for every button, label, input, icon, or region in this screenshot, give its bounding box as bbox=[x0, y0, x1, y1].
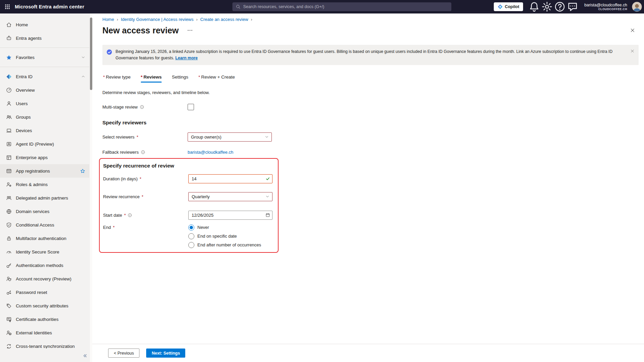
star-outline-icon[interactable] bbox=[80, 169, 85, 174]
sidebar-item-identity-secure-score[interactable]: Identity Secure Score bbox=[0, 245, 89, 259]
required-asterisk: * bbox=[136, 134, 138, 140]
sidebar-item-groups[interactable]: Groups bbox=[0, 110, 89, 124]
app-title: Microsoft Entra admin center bbox=[15, 4, 84, 9]
info-icon[interactable] bbox=[128, 213, 132, 217]
select-reviewers-label: Select reviewers * bbox=[102, 134, 188, 140]
tab-reviews[interactable]: *Reviews bbox=[140, 74, 162, 83]
conditional-access-icon bbox=[6, 222, 12, 228]
gear-icon[interactable] bbox=[541, 1, 553, 13]
info-banner: Beginning January 15, 2026, a linked Azu… bbox=[102, 45, 639, 65]
governance-check-icon bbox=[106, 49, 112, 55]
groups-icon bbox=[6, 114, 12, 120]
sidebar-item-account-recovery-preview[interactable]: Account recovery (Preview) bbox=[0, 272, 89, 285]
sidebar-item-agent-id-preview[interactable]: Agent ID (Preview) bbox=[0, 137, 89, 151]
custom-security-attributes-icon bbox=[6, 303, 12, 309]
sidebar-item-delegated-admin-partners[interactable]: Delegated admin partners bbox=[0, 191, 89, 205]
start-date-input[interactable] bbox=[188, 211, 272, 220]
devices-icon bbox=[6, 128, 12, 133]
sidebar-scrollbar[interactable] bbox=[89, 13, 92, 362]
review-recurrence-label: Review recurrence * bbox=[103, 194, 188, 199]
sidebar-item-favorites[interactable]: Favorites bbox=[0, 51, 89, 64]
multi-stage-checkbox[interactable] bbox=[188, 104, 194, 110]
breadcrumb-link[interactable]: Identity Governance | Access reviews bbox=[121, 17, 194, 22]
required-asterisk: * bbox=[198, 74, 200, 80]
sidebar-scrollbar-thumb[interactable] bbox=[90, 18, 92, 90]
sidebar-item-cross-tenant-synchronization[interactable]: Cross-tenant synchronization bbox=[0, 339, 89, 349]
sidebar-item-certificate-authorities[interactable]: Certificate authorities bbox=[0, 312, 89, 326]
calendar-icon[interactable] bbox=[265, 213, 270, 217]
sidebar-item-password-reset[interactable]: Password reset bbox=[0, 285, 89, 299]
sidebar-item-overview[interactable]: Overview bbox=[0, 83, 89, 97]
radio-option-end-after-number-of-occurrences[interactable]: End after number of occurrences bbox=[188, 242, 261, 248]
sidebar-item-label: Identity Secure Score bbox=[16, 249, 59, 254]
radio-circle bbox=[188, 224, 194, 231]
banner-dismiss-button[interactable] bbox=[630, 49, 635, 53]
breadcrumb-link[interactable]: Create an access review bbox=[200, 17, 248, 22]
account-recovery-icon bbox=[6, 276, 12, 282]
tab-review-create[interactable]: *Review + Create bbox=[198, 74, 235, 83]
sidebar-item-label: Conditional Access bbox=[16, 222, 54, 228]
sidebar-collapse-button[interactable] bbox=[83, 353, 88, 359]
sidebar-item-home[interactable]: Home bbox=[0, 18, 89, 31]
account-info[interactable]: barista@cloudcoffee.ch CLOUDCOFFEE.CH bbox=[584, 3, 627, 11]
delegated-admin-partners-icon bbox=[6, 195, 12, 201]
sidebar-item-label: Enterprise apps bbox=[16, 155, 48, 160]
certificate-authorities-icon bbox=[6, 316, 12, 322]
previous-button[interactable]: < Previous bbox=[108, 349, 139, 358]
sidebar-item-label: External Identities bbox=[16, 330, 52, 335]
search-input[interactable] bbox=[243, 4, 448, 9]
sidebar-item-external-identities[interactable]: External Identities bbox=[0, 326, 89, 339]
sidebar-item-entra-id[interactable]: Entra ID bbox=[0, 70, 89, 83]
sidebar-item-authentication-methods[interactable]: Authentication methods bbox=[0, 259, 89, 272]
sidebar-item-enterprise-apps[interactable]: Enterprise apps bbox=[0, 151, 89, 164]
tab-label: Reviews bbox=[143, 74, 162, 80]
copilot-button[interactable]: Copilot bbox=[494, 2, 523, 11]
end-options: Never End on specific date End after num… bbox=[188, 224, 261, 248]
sidebar-item-label: Certificate authorities bbox=[16, 317, 59, 322]
sidebar-item-label: Entra ID bbox=[16, 74, 33, 79]
sidebar-item-label: Password reset bbox=[16, 290, 47, 295]
more-options-button[interactable] bbox=[187, 27, 193, 33]
waffle-menu-button[interactable] bbox=[0, 0, 15, 13]
required-asterisk: * bbox=[141, 74, 142, 80]
password-reset-icon bbox=[6, 290, 12, 295]
select-reviewers-dropdown[interactable]: Group owner(s) bbox=[188, 132, 272, 142]
next-settings-button[interactable]: Next: Settings bbox=[146, 349, 185, 358]
info-icon[interactable] bbox=[141, 150, 145, 154]
duration-input[interactable] bbox=[188, 174, 272, 183]
sidebar-item-app-registrations[interactable]: App registrations bbox=[0, 164, 89, 178]
sidebar-item-roles-admins[interactable]: Roles & admins bbox=[0, 178, 89, 191]
tab-review-type[interactable]: *Review type bbox=[102, 74, 131, 83]
fallback-reviewer-link[interactable]: barista@cloudkaffee.ch bbox=[188, 150, 233, 155]
page-title: New access review bbox=[102, 26, 179, 35]
radio-option-end-on-specific-date[interactable]: End on specific date bbox=[188, 233, 261, 239]
sidebar-item-entra-agents[interactable]: Entra agents bbox=[0, 31, 89, 45]
start-date-row: Start date * bbox=[103, 211, 275, 220]
bell-icon[interactable] bbox=[528, 1, 540, 13]
sidebar-divider bbox=[0, 48, 89, 48]
search-bar[interactable] bbox=[232, 2, 451, 11]
tab-settings[interactable]: *Settings bbox=[171, 74, 189, 83]
intro-text: Determine review stages, reviewers, and … bbox=[102, 90, 639, 95]
sidebar-item-devices[interactable]: Devices bbox=[0, 124, 89, 137]
help-icon[interactable] bbox=[554, 1, 566, 13]
start-date-field bbox=[188, 211, 272, 220]
sidebar-item-domain-services[interactable]: Domain services bbox=[0, 205, 89, 218]
avatar[interactable] bbox=[632, 2, 642, 12]
sidebar-item-users[interactable]: Users bbox=[0, 97, 89, 110]
content-area: Home› Identity Governance | Access revie… bbox=[92, 13, 644, 344]
learn-more-link[interactable]: Learn more bbox=[175, 56, 198, 60]
breadcrumb-item-identity-governance-access-reviews: Identity Governance | Access reviews› bbox=[121, 17, 200, 22]
radio-option-never[interactable]: Never bbox=[188, 224, 261, 231]
feedback-icon[interactable] bbox=[567, 1, 578, 13]
info-icon[interactable] bbox=[140, 105, 144, 109]
review-recurrence-dropdown[interactable]: Quarterly bbox=[188, 192, 272, 201]
close-button[interactable] bbox=[630, 28, 635, 33]
sidebar-item-conditional-access[interactable]: Conditional Access bbox=[0, 218, 89, 232]
enterprise-apps-icon bbox=[6, 155, 12, 160]
sidebar-item-label: Account recovery (Preview) bbox=[16, 276, 71, 281]
sidebar-item-custom-security-attributes[interactable]: Custom security attributes bbox=[0, 299, 89, 312]
breadcrumb: Home› Identity Governance | Access revie… bbox=[102, 17, 639, 22]
breadcrumb-link[interactable]: Home bbox=[102, 17, 114, 22]
sidebar-item-multifactor-authentication[interactable]: Multifactor authentication bbox=[0, 232, 89, 245]
